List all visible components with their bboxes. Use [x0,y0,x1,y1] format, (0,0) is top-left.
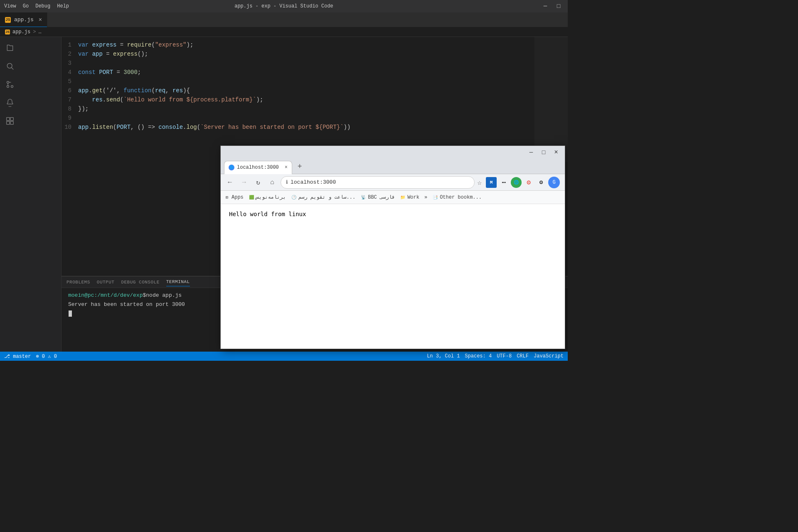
breadcrumb-separator: > [33,29,36,35]
tab-bar: JS app.js × [0,12,568,27]
menu-help[interactable]: Help [57,3,69,9]
line-number: 2 [62,49,78,59]
breadcrumb-file-icon: JS [5,30,10,34]
panel-tab-debug-console[interactable]: DEBUG CONSOLE [121,278,159,286]
browser-content: Hello world from linux [221,204,565,349]
address-bar[interactable]: ℹ localhost:3000 [281,176,475,189]
svg-point-4 [7,86,9,88]
ext-icon-3[interactable]: 🌐 [511,177,522,188]
ext-icon-4[interactable]: ⚙ [523,177,534,188]
tab-close-button[interactable]: × [39,17,42,23]
code-content: }); [78,104,561,113]
line-number: 5 [62,77,78,86]
bookmark-work-label: Work [407,195,419,200]
sidebar-icon-debug[interactable] [2,95,17,110]
code-content: var app = express(); [78,49,561,59]
sidebar-icon-files[interactable] [2,40,17,55]
code-content: app.listen(PORT, () => console.log(`Serv… [78,123,561,132]
bookmark-barnameh[interactable]: 🟩 برنامه‌نویس [249,194,286,200]
browser-tab-close[interactable]: × [285,165,288,170]
svg-rect-9 [7,121,10,125]
terminal-path: :/mnt/d/dev/exp [94,291,143,300]
line-number: 4 [62,68,78,77]
ext-icon-5[interactable]: ⚙ [536,177,547,188]
browser-extensions: M ⋯ 🌐 ⚙ ⚙ G [484,177,562,188]
browser-back-button[interactable]: ← [224,177,236,188]
breadcrumb: JS app.js > … [0,27,568,37]
breadcrumb-rest: … [38,29,41,35]
panel-tab-problems[interactable]: PROBLEMS [66,278,90,286]
maximize-button[interactable]: □ [554,1,564,11]
terminal-host: pc [88,291,94,300]
breadcrumb-filename: app.js [12,29,30,35]
menu-debug[interactable]: Debug [35,3,50,9]
svg-rect-7 [7,118,10,121]
code-content: res.send(`Hello world from ${process.pla… [78,95,561,104]
browser-reload-button[interactable]: ↻ [252,177,264,188]
address-bookmark-star[interactable]: ☆ [477,178,482,187]
bookmark-clock-icon: 🕐 [291,195,297,200]
code-content: var express = require("express"); [78,40,561,49]
title-bar: View Go Debug Help app.js - exp - Visual… [0,0,568,12]
bookmark-other-label: Other bookm... [440,195,482,200]
svg-point-2 [11,86,13,88]
status-errors: ⊗ 0 ⚠ 0 [36,353,57,360]
menu-bar: View Go Debug Help [4,3,69,9]
code-line-4: 4const PORT = 3000; [62,68,568,77]
code-line-10: 10app.listen(PORT, () => console.log(`Se… [62,123,568,132]
menu-view[interactable]: View [4,3,16,9]
bookmark-other[interactable]: 📑 Other bookm... [432,195,482,200]
line-number: 10 [62,123,78,132]
tab-app-js[interactable]: JS app.js × [0,12,47,27]
browser-close-button[interactable]: × [551,147,562,158]
status-encoding: UTF-8 [497,353,512,359]
svg-point-3 [7,81,9,84]
ext-icon-2[interactable]: ⋯ [498,177,509,188]
line-number: 8 [62,104,78,113]
window-title: app.js - exp - Visual Studio Code [234,3,333,9]
bookmark-work[interactable]: 📁 Work [400,195,419,200]
terminal-cursor [69,310,72,317]
sidebar-icon-git[interactable] [2,77,17,92]
bookmark-work-icon: 📁 [400,195,406,200]
browser-maximize-button[interactable]: □ [538,147,549,158]
sidebar [0,37,20,352]
browser-forward-button[interactable]: → [238,177,250,188]
bookmark-bbc-label: BBC فارسی [368,194,395,200]
menu-go[interactable]: Go [23,3,29,9]
code-content: app.get('/', function(req, res){ [78,86,561,95]
code-line-6: 6app.get('/', function(req, res){ [62,86,568,95]
browser-new-tab-button[interactable]: + [294,161,305,172]
browser-profile-avatar[interactable]: G [548,177,560,188]
svg-point-0 [7,63,12,68]
panel-tab-terminal[interactable]: TERMINAL [166,278,190,286]
browser-home-button[interactable]: ⌂ [266,177,278,188]
line-number: 1 [62,40,78,49]
browser-minimize-button[interactable]: ─ [526,147,537,158]
panel-tab-output[interactable]: OUTPUT [97,278,115,286]
code-line-7: 7 res.send(`Hello world from ${process.p… [62,95,568,104]
status-spaces: Spaces: 4 [465,353,492,359]
code-line-9: 9 [62,113,568,123]
bookmark-barnameh-icon: 🟩 [249,195,254,200]
minimize-button[interactable]: ─ [540,1,550,11]
sidebar-icon-search[interactable] [2,59,17,74]
browser-window: ─ □ × 🌐 localhost:3000 × + ← → ↻ ⌂ ℹ loc… [220,145,565,349]
bookmark-bbc[interactable]: 📡 BBC فارسی [360,194,395,200]
code-line-1: 1var express = require("express"); [62,40,568,49]
code-content: const PORT = 3000; [78,68,561,77]
line-number: 9 [62,113,78,123]
bookmark-apps-icon: ⊞ [224,195,230,200]
tab-label: app.js [14,17,34,23]
terminal-dollar: $ [143,291,146,300]
code-line-2: 2var app = express(); [62,49,568,59]
bookmark-clock[interactable]: 🕐 ساعت و تقویم رسم... [291,194,355,200]
svg-rect-8 [10,118,14,121]
ext-icon-1[interactable]: M [486,177,497,188]
terminal-at: @ [84,291,88,300]
line-number: 6 [62,86,78,95]
bookmark-apps[interactable]: ⊞ Apps [224,195,244,200]
sidebar-icon-extensions[interactable] [2,113,17,128]
bookmark-more[interactable]: » [424,195,427,200]
bookmark-apps-label: Apps [232,195,244,200]
